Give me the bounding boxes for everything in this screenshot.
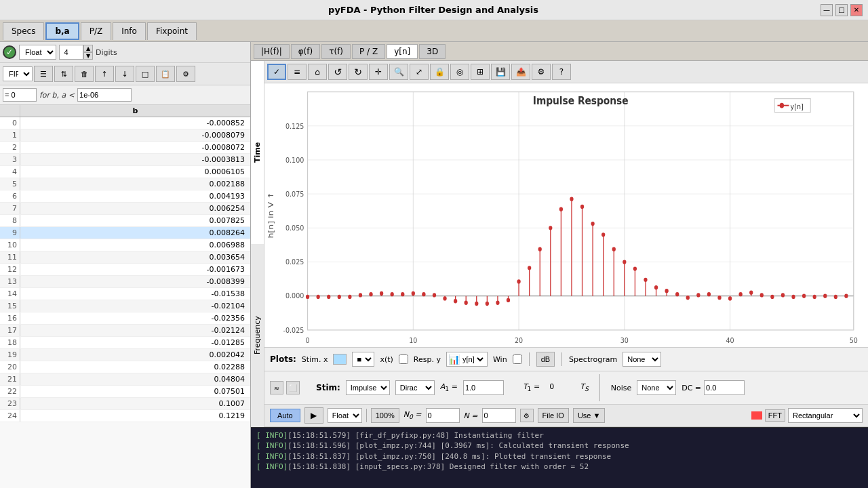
export-btn[interactable]: 📤 xyxy=(511,64,530,80)
lock-btn[interactable]: 🔒 xyxy=(430,64,449,80)
window-select[interactable]: RectangularHannHammingBlackman xyxy=(788,408,863,423)
table-row[interactable]: 2-0.0008072 xyxy=(0,142,250,154)
home-btn[interactable]: ⌂ xyxy=(308,64,327,80)
table-row[interactable]: 18-0.01285 xyxy=(0,337,250,349)
download-btn[interactable]: ↓ xyxy=(115,66,134,82)
redo-btn[interactable]: ↻ xyxy=(349,64,368,80)
auto-button[interactable]: Auto xyxy=(270,409,300,422)
n-input[interactable] xyxy=(482,408,516,423)
tab-ba[interactable]: b,a xyxy=(45,22,79,40)
save-btn[interactable]: 💾 xyxy=(491,64,510,80)
table-row[interactable]: 40.0006105 xyxy=(0,166,250,178)
table-row[interactable]: 240.1219 xyxy=(0,410,250,422)
zoom-in-btn[interactable]: ✛ xyxy=(369,64,388,80)
float-select[interactable]: FloatDecHexBin xyxy=(19,45,56,60)
plot-tab-yn[interactable]: y[n] xyxy=(387,44,418,59)
legend-text: y[n] xyxy=(791,102,804,110)
stim-icon-btn2[interactable]: ⬜ xyxy=(286,381,300,394)
table-row[interactable]: 210.04804 xyxy=(0,373,250,386)
plot-tab-3d[interactable]: 3D xyxy=(419,44,446,59)
table-row[interactable]: 12-0.001673 xyxy=(0,264,250,276)
tab-fixpoint[interactable]: Fixpoint xyxy=(147,22,197,40)
digits-up[interactable]: ▲ xyxy=(83,45,93,52)
stim-icon-btn1[interactable]: ≈ xyxy=(270,381,283,394)
tab-info[interactable]: Info xyxy=(113,22,146,40)
table-row[interactable]: 200.02288 xyxy=(0,361,250,373)
help-btn[interactable]: ? xyxy=(552,64,571,80)
table-row[interactable]: 100.006988 xyxy=(0,239,250,251)
delete-btn[interactable]: 🗑 xyxy=(75,66,94,82)
undo-btn[interactable]: ↺ xyxy=(328,64,347,80)
use-button[interactable]: Use ▼ xyxy=(573,408,606,423)
table-row[interactable]: 60.004193 xyxy=(0,190,250,203)
table-row[interactable]: 50.002188 xyxy=(0,178,250,190)
spectrogram-select[interactable]: NoneLineardB xyxy=(623,352,661,367)
copy-btn[interactable]: □ xyxy=(136,66,155,82)
resp-y-select[interactable]: y[n] xyxy=(460,354,486,364)
a1-input[interactable] xyxy=(463,380,504,395)
expand-btn[interactable]: ⤢ xyxy=(410,64,429,80)
grid-btn[interactable]: ⊞ xyxy=(471,64,490,80)
menu-btn[interactable]: ≡ xyxy=(288,64,307,80)
pin-btn[interactable]: ◎ xyxy=(450,64,469,80)
settings-btn[interactable]: ⚙ xyxy=(176,66,195,82)
search-btn[interactable]: 🔍 xyxy=(389,64,408,80)
table-row[interactable]: 70.006254 xyxy=(0,203,250,215)
noise-select[interactable]: NoneWhiteGauss xyxy=(637,380,676,395)
stim-type-select[interactable]: ImpulseStepSine xyxy=(346,380,390,395)
digits-input[interactable] xyxy=(59,45,83,60)
frequency-label[interactable]: Frequency xyxy=(251,244,264,427)
digits-spinner[interactable]: ▲ ▼ xyxy=(83,45,93,60)
format-select[interactable]: FloatDecHex xyxy=(328,408,362,423)
n0-input[interactable] xyxy=(426,408,460,423)
clip-btn[interactable]: 📋 xyxy=(156,66,175,82)
table-row[interactable]: 14-0.01538 xyxy=(0,288,250,300)
dc-input[interactable] xyxy=(704,380,745,395)
fft-button[interactable]: FFT xyxy=(765,409,785,422)
stim-dirac-select[interactable]: DiracGauss xyxy=(395,380,435,395)
gear-btn[interactable]: ⚙ xyxy=(532,64,551,80)
threshold-expr-input[interactable] xyxy=(3,88,37,102)
threshold-value-input[interactable] xyxy=(77,88,132,102)
xt-checkbox[interactable] xyxy=(399,354,408,364)
table-row[interactable]: 16-0.02356 xyxy=(0,312,250,325)
list-view-btn[interactable]: ☰ xyxy=(34,66,53,82)
sort-btn[interactable]: ⇅ xyxy=(54,66,73,82)
table-row[interactable]: 13-0.008399 xyxy=(0,276,250,288)
plot-tab-phi[interactable]: φ(f) xyxy=(291,44,321,59)
stim-x-select[interactable]: ■ xyxy=(352,352,374,367)
table-row[interactable]: 15-0.02104 xyxy=(0,300,250,312)
table-row[interactable]: 80.007825 xyxy=(0,215,250,227)
time-label[interactable]: Time xyxy=(251,61,264,244)
maximize-button[interactable]: □ xyxy=(835,4,848,16)
plot-tab-tau[interactable]: τ(f) xyxy=(321,44,351,59)
upload-btn[interactable]: ↑ xyxy=(95,66,114,82)
table-row[interactable]: 190.002042 xyxy=(0,349,250,361)
table-row[interactable]: 3-0.0003813 xyxy=(0,154,250,166)
table-row[interactable]: 110.003654 xyxy=(0,251,250,264)
table-row[interactable]: 220.07501 xyxy=(0,386,250,398)
filter-type-select[interactable]: FIRIIR xyxy=(3,66,33,81)
stim-color-swatch[interactable] xyxy=(333,354,347,365)
table-row[interactable]: 1-0.0008079 xyxy=(0,129,250,142)
db-btn[interactable]: dB xyxy=(536,352,555,367)
percent-button[interactable]: 100% xyxy=(371,408,399,423)
active-checkbox[interactable] xyxy=(3,45,16,59)
resp-y-control[interactable]: 📊 y[n] xyxy=(446,352,488,367)
minimize-button[interactable]: — xyxy=(821,4,833,16)
table-row[interactable]: 17-0.02124 xyxy=(0,325,250,337)
check-btn[interactable]: ✓ xyxy=(267,64,286,80)
tab-specs[interactable]: Specs xyxy=(3,22,44,40)
plot-tab-pz[interactable]: P / Z xyxy=(352,44,385,59)
tab-pz[interactable]: P/Z xyxy=(81,22,112,40)
close-button[interactable]: ✕ xyxy=(850,4,863,16)
file-io-button[interactable]: File IO xyxy=(538,408,569,423)
play-button[interactable]: ▶ xyxy=(304,407,323,424)
digits-down[interactable]: ▼ xyxy=(83,52,93,60)
n-gear-btn[interactable]: ⚙ xyxy=(520,409,534,422)
plot-tab-hf[interactable]: |H(f)| xyxy=(254,44,290,59)
table-row[interactable]: 0-0.000852 xyxy=(0,117,250,129)
win-checkbox[interactable] xyxy=(513,354,522,364)
table-row[interactable]: 230.1007 xyxy=(0,398,250,410)
table-row[interactable]: 90.008264 xyxy=(0,227,250,239)
